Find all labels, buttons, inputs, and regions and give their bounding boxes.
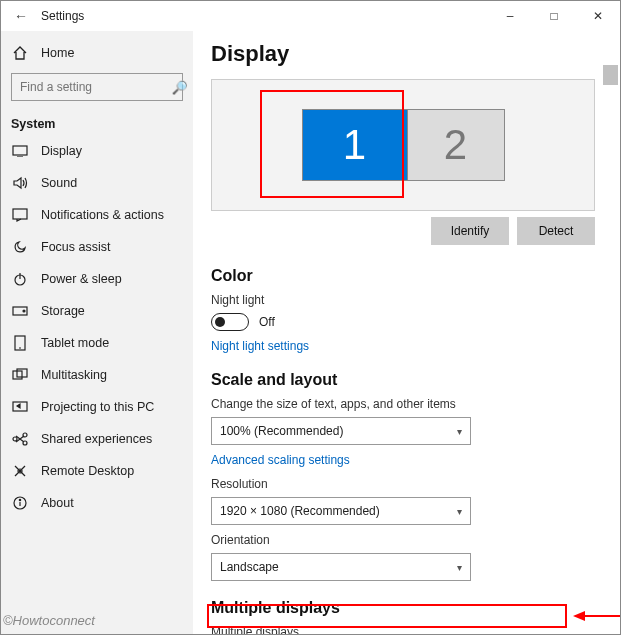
notifications-icon (11, 208, 29, 222)
text-size-dropdown[interactable]: 100% (Recommended) ▾ (211, 417, 471, 445)
main-content: Display 1 2 Identify Detect Color Night … (193, 31, 620, 634)
detect-button[interactable]: Detect (517, 217, 595, 245)
sidebar-item-focus-assist[interactable]: Focus assist (1, 231, 193, 263)
sidebar-item-label: Display (41, 144, 82, 158)
search-input-wrap[interactable]: 🔍 (11, 73, 183, 101)
night-light-state: Off (259, 315, 275, 329)
window-title: Settings (41, 9, 84, 23)
sidebar-item-label: Focus assist (41, 240, 110, 254)
sidebar-item-projecting[interactable]: Projecting to this PC (1, 391, 193, 423)
sidebar-item-notifications[interactable]: Notifications & actions (1, 199, 193, 231)
sidebar-item-tablet-mode[interactable]: Tablet mode (1, 327, 193, 359)
about-icon (11, 496, 29, 510)
monitor-1[interactable]: 1 (302, 109, 408, 181)
search-icon: 🔍 (172, 80, 188, 95)
watermark-text: ©Howtoconnect (3, 613, 95, 628)
orientation-label: Orientation (211, 533, 602, 547)
night-light-label: Night light (211, 293, 602, 307)
focus-assist-icon (11, 239, 29, 255)
minimize-button[interactable]: – (488, 1, 532, 31)
sidebar-item-about[interactable]: About (1, 487, 193, 519)
sound-icon (11, 176, 29, 190)
chevron-down-icon: ▾ (457, 426, 462, 437)
multitasking-icon (11, 368, 29, 382)
resolution-label: Resolution (211, 477, 602, 491)
text-size-label: Change the size of text, apps, and other… (211, 397, 602, 411)
svg-point-12 (13, 437, 17, 441)
identify-button[interactable]: Identify (431, 217, 509, 245)
sidebar-item-label: Projecting to this PC (41, 400, 154, 414)
close-button[interactable]: ✕ (576, 1, 620, 31)
orientation-dropdown[interactable]: Landscape ▾ (211, 553, 471, 581)
storage-icon (11, 306, 29, 316)
chevron-down-icon: ▾ (457, 562, 462, 573)
sidebar-item-label: Remote Desktop (41, 464, 134, 478)
sidebar-section-heading: System (1, 111, 193, 135)
display-arrangement-panel[interactable]: 1 2 (211, 79, 595, 211)
night-light-settings-link[interactable]: Night light settings (211, 339, 602, 353)
sidebar-item-label: Power & sleep (41, 272, 122, 286)
sidebar-item-label: Shared experiences (41, 432, 152, 446)
sidebar-item-label: Storage (41, 304, 85, 318)
tablet-icon (11, 335, 29, 351)
sidebar-item-label: Tablet mode (41, 336, 109, 350)
maximize-button[interactable]: □ (532, 1, 576, 31)
power-icon (11, 272, 29, 286)
advanced-scaling-link[interactable]: Advanced scaling settings (211, 453, 602, 467)
sidebar-item-power-sleep[interactable]: Power & sleep (1, 263, 193, 295)
resolution-value: 1920 × 1080 (Recommended) (220, 504, 380, 518)
remote-desktop-icon (11, 464, 29, 478)
orientation-value: Landscape (220, 560, 279, 574)
back-button[interactable]: ← (1, 8, 41, 24)
chevron-down-icon: ▾ (457, 506, 462, 517)
projecting-icon (11, 401, 29, 413)
sidebar-home-label: Home (41, 46, 74, 60)
sidebar-item-remote-desktop[interactable]: Remote Desktop (1, 455, 193, 487)
heading-color: Color (211, 267, 602, 285)
display-icon (11, 145, 29, 157)
svg-point-6 (23, 310, 25, 312)
multiple-displays-label: Multiple displays (211, 625, 602, 634)
sidebar-item-sound[interactable]: Sound (1, 167, 193, 199)
sidebar-item-label: Notifications & actions (41, 208, 164, 222)
sidebar: Home 🔍 System Display Sound Notification… (1, 31, 193, 634)
sidebar-item-label: Sound (41, 176, 77, 190)
svg-point-14 (23, 441, 27, 445)
shared-icon (11, 432, 29, 446)
sidebar-home[interactable]: Home (1, 37, 193, 69)
sidebar-item-storage[interactable]: Storage (1, 295, 193, 327)
page-title: Display (211, 41, 602, 67)
svg-point-20 (19, 499, 20, 500)
svg-point-13 (23, 433, 27, 437)
sidebar-item-shared-experiences[interactable]: Shared experiences (1, 423, 193, 455)
text-size-value: 100% (Recommended) (220, 424, 343, 438)
night-light-toggle[interactable] (211, 313, 249, 331)
svg-rect-2 (13, 209, 27, 219)
resolution-dropdown[interactable]: 1920 × 1080 (Recommended) ▾ (211, 497, 471, 525)
monitor-2[interactable]: 2 (407, 109, 505, 181)
sidebar-item-label: About (41, 496, 74, 510)
svg-rect-0 (13, 146, 27, 155)
search-input[interactable] (18, 79, 172, 95)
sidebar-item-label: Multitasking (41, 368, 107, 382)
sidebar-item-display[interactable]: Display (1, 135, 193, 167)
home-icon (11, 45, 29, 61)
sidebar-item-multitasking[interactable]: Multitasking (1, 359, 193, 391)
heading-multiple-displays: Multiple displays (211, 599, 602, 617)
heading-scale-layout: Scale and layout (211, 371, 602, 389)
